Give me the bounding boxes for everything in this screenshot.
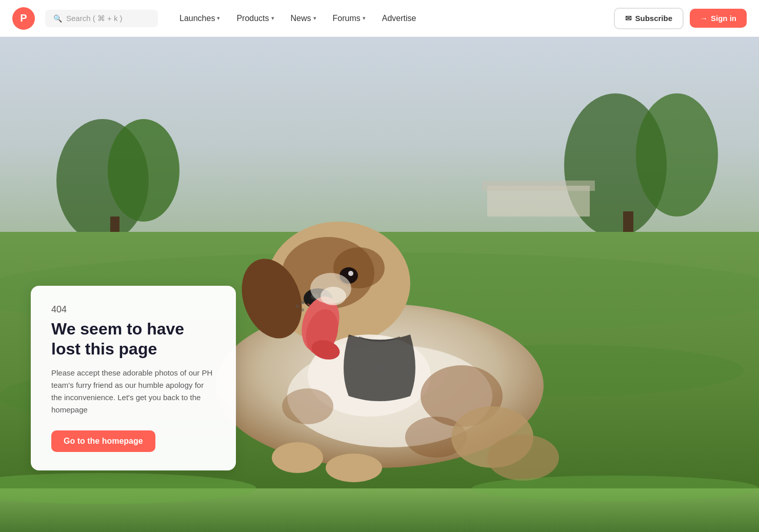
error-title: We seem to have lost this page [51, 319, 215, 359]
signin-button[interactable]: → Sign in [690, 9, 747, 28]
svg-point-2 [108, 119, 179, 222]
svg-point-39 [301, 301, 304, 304]
search-placeholder: Search ( ⌘ + k ) [66, 14, 123, 23]
svg-point-31 [326, 454, 382, 482]
hero-area: 404 We seem to have lost this page Pleas… [0, 37, 759, 532]
nav-actions: ✉ Subscribe → Sign in [614, 8, 747, 29]
nav-links: Launches ▾ Products ▾ News ▾ Forums ▾ Ad… [172, 10, 608, 27]
svg-rect-8 [482, 181, 595, 191]
chevron-down-icon: ▾ [313, 15, 316, 22]
error-description: Please accept these adorable photos of o… [51, 367, 215, 416]
logo[interactable]: P [12, 7, 35, 30]
svg-point-41 [301, 308, 304, 311]
chevron-down-icon: ▾ [271, 15, 274, 22]
nav-item-forums[interactable]: Forums ▾ [326, 10, 373, 27]
error-card: 404 We seem to have lost this page Pleas… [31, 286, 236, 470]
logo-icon[interactable]: P [12, 7, 35, 30]
subscribe-button[interactable]: ✉ Subscribe [614, 8, 684, 29]
search-icon: 🔍 [53, 14, 62, 23]
svg-point-21 [282, 388, 333, 424]
nav-item-news[interactable]: News ▾ [284, 10, 324, 27]
nav-item-launches[interactable]: Launches ▾ [172, 10, 227, 27]
nav-item-products[interactable]: Products ▾ [229, 10, 281, 27]
go-to-homepage-button[interactable]: Go to the homepage [51, 430, 155, 452]
svg-point-33 [487, 435, 559, 481]
search-box[interactable]: 🔍 Search ( ⌘ + k ) [45, 10, 158, 27]
svg-point-25 [348, 271, 353, 276]
navbar: P 🔍 Search ( ⌘ + k ) Launches ▾ Products… [0, 0, 759, 37]
signin-icon: → [700, 14, 708, 23]
subscribe-icon: ✉ [625, 14, 632, 23]
svg-point-36 [472, 476, 759, 501]
svg-point-40 [296, 305, 299, 308]
svg-point-38 [321, 287, 346, 305]
svg-point-5 [636, 93, 718, 216]
nav-item-advertise[interactable]: Advertise [375, 10, 424, 27]
chevron-down-icon: ▾ [363, 15, 366, 22]
error-code: 404 [51, 304, 215, 315]
svg-point-30 [272, 442, 323, 473]
chevron-down-icon: ▾ [217, 15, 220, 22]
